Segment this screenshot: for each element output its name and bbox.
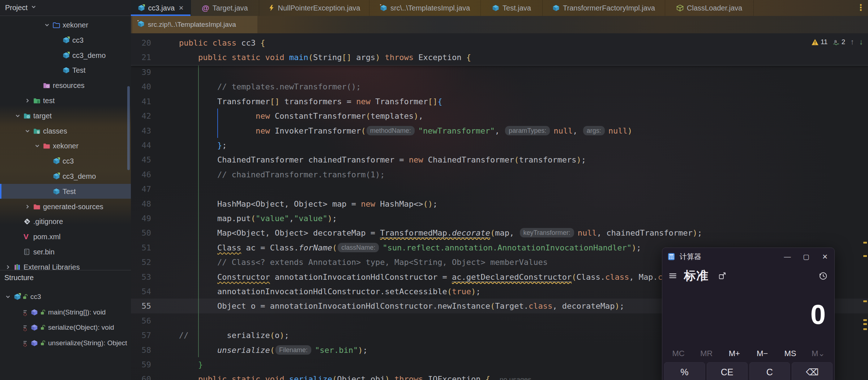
code-line-59[interactable]: } [198, 357, 203, 372]
chevron-down-icon[interactable] [34, 143, 40, 149]
keep-on-top-icon[interactable] [718, 271, 727, 280]
code-line-50[interactable]: Map<Object, Object> decorateMap = Transf… [217, 225, 702, 240]
tree-item-test[interactable]: Test [0, 184, 131, 199]
inspections-widget[interactable]: 11a2↑↓ [811, 38, 863, 46]
sticky-code-line-21[interactable]: public static void main(String[] args) t… [198, 50, 471, 65]
code-line-54[interactable]: annotationInvocationHdlConstructor.setAc… [217, 284, 481, 299]
code-line-40[interactable]: // templates.newTransformer(); [217, 79, 361, 94]
next-warning-icon[interactable]: ↓ [859, 38, 863, 46]
warnings-count[interactable]: 11 [811, 38, 828, 46]
chevron-down-icon[interactable] [5, 294, 11, 300]
sticky-code-line-20[interactable]: public class cc3 { [179, 35, 265, 50]
prev-warning-icon[interactable]: ↑ [850, 38, 854, 46]
hamburger-menu-icon[interactable] [668, 271, 677, 280]
method-icon [23, 339, 38, 347]
code-line-60[interactable]: public static void serialize(Object obj)… [198, 372, 531, 380]
history-icon[interactable] [818, 271, 828, 280]
tab-label: ClassLoader.java [687, 4, 742, 12]
structure-item-main-string-void[interactable]: main(String[]): void [0, 305, 131, 320]
line-number-44: 44 [131, 138, 151, 153]
maximize-button[interactable]: ▢ [797, 248, 816, 265]
code-line-51[interactable]: Class ac = Class.forName(className:"sun.… [217, 240, 641, 255]
tree-item-label: generated-sources [43, 202, 103, 211]
calc-key-percent[interactable]: % [664, 362, 705, 380]
code-line-43[interactable]: new InvokerTransformer(methodName:"newTr… [256, 123, 632, 138]
chevron-down-icon[interactable] [44, 22, 50, 28]
chevron-down-icon[interactable] [14, 113, 21, 119]
tree-item-test[interactable]: Test [0, 63, 131, 77]
line-number-52: 52 [131, 255, 151, 270]
tree-item-label: xekoner [53, 142, 78, 150]
memory-button-m+[interactable]: M+ [721, 346, 748, 361]
code-line-57[interactable]: // serialize(o); [179, 328, 289, 343]
tree-item-test[interactable]: test [0, 93, 131, 108]
tree-item-xekoner[interactable]: xekoner [0, 138, 131, 153]
minimize-button[interactable]: — [778, 248, 797, 265]
more-options-icon[interactable]: ⋮ [856, 3, 865, 13]
sticky-lines-header: 20public class cc3 {21public static void… [131, 33, 868, 66]
tree-item-cc3[interactable]: cc3 [0, 33, 131, 47]
panel-divider [0, 270, 131, 270]
code-line-45[interactable]: ChainedTransformer chainedTransformer = … [217, 152, 586, 167]
tree-item-cc3-demo[interactable]: cc3_demo [0, 169, 131, 183]
tab-transformerfactoryimpl-java[interactable]: TransformerFactoryImpl.java [543, 0, 665, 16]
code-line-52[interactable]: // Class<? extends Annotation> type, Map… [217, 255, 548, 270]
code-line-44[interactable]: }; [217, 138, 227, 153]
tab-nullpointerexception-java[interactable]: NullPointerException.java [259, 0, 369, 16]
calc-key-clear[interactable]: C [749, 362, 790, 380]
line-number-41: 41 [131, 94, 151, 109]
tab-classloader-java[interactable]: ClassLoader.java [665, 0, 754, 16]
tree-item--gitignore[interactable]: .gitignore [0, 214, 131, 229]
tab-src-templatesimpl-java[interactable]: *src\..\TemplatesImpl.java [369, 0, 481, 16]
tab-cc3-java[interactable]: cc3.java✕ [131, 0, 191, 16]
tree-item-cc3[interactable]: cc3 [0, 153, 131, 168]
memory-button-mr[interactable]: MR [692, 346, 720, 361]
tree-item-label: cc3_demo [72, 51, 106, 59]
tree-item-cc3-demo[interactable]: cc3_demo [0, 48, 131, 63]
tree-item-target[interactable]: target [0, 108, 131, 123]
structure-item-cc3[interactable]: cc3 [0, 289, 131, 304]
typos-count[interactable]: a2 [833, 38, 845, 46]
memory-button-m−[interactable]: M− [748, 346, 776, 361]
tree-item-generated-sources[interactable]: generated-sources [0, 199, 131, 214]
memory-button-m⌄[interactable]: M⌄ [804, 346, 832, 361]
editor-tab-bar: cc3.java✕@Target.javaNullPointerExceptio… [131, 0, 868, 16]
structure-item-serialize-object-void[interactable]: serialize(Object): void [0, 320, 131, 335]
code-line-58[interactable]: unserialize(Filename:"ser.bin"); [217, 343, 368, 358]
tab-label: TransformerFactoryImpl.java [563, 4, 655, 12]
calc-key-clear-entry[interactable]: CE [707, 362, 748, 380]
calculator-titlebar[interactable]: 计算器 — ▢ ✕ [662, 248, 834, 265]
code-line-42[interactable]: new ConstantTransformer(templates), [256, 109, 423, 123]
chevron-right-icon[interactable] [24, 97, 31, 104]
tree-item-pom-xml[interactable]: Vpom.xml [0, 229, 131, 244]
calculator-memory-row: MCMRM+M−MSM⌄ [664, 346, 832, 361]
tree-scrollbar[interactable] [127, 86, 130, 170]
tree-item-resources[interactable]: resources [0, 78, 131, 93]
folder-test-icon [33, 97, 40, 104]
tab-test-java[interactable]: Test.java [481, 0, 543, 16]
tree-item-ser-bin[interactable]: 0110ser.bin [0, 244, 131, 259]
project-tool-header[interactable]: Project [0, 0, 131, 16]
close-button[interactable]: ✕ [816, 248, 834, 265]
tab-templatesimpl-preview[interactable]: * src.zip!\..\TemplatesImpl.java [132, 16, 257, 33]
chevron-down-icon[interactable] [24, 128, 31, 134]
memory-button-mc[interactable]: MC [664, 346, 692, 361]
usages-hint[interactable]: no usages [500, 376, 531, 380]
close-tab-icon[interactable]: ✕ [179, 4, 184, 12]
chevron-right-icon[interactable] [24, 203, 31, 210]
sticky-line-number-21: 21 [131, 50, 151, 65]
code-line-41[interactable]: Transformer[] transformers = new Transfo… [217, 94, 442, 109]
calc-key-backspace[interactable]: ⌫ [792, 362, 833, 380]
tree-item-classes[interactable]: classes [0, 123, 131, 138]
line-number-55: 55 [131, 299, 151, 313]
code-line-48[interactable]: HashMap<Object, Object> map = new HashMa… [217, 197, 437, 211]
tree-item-xekoner[interactable]: xekoner [0, 17, 131, 32]
tab-target-java[interactable]: @Target.java [191, 0, 259, 16]
code-line-53[interactable]: Constructor annotationInvocationHdlConst… [217, 270, 691, 284]
code-line-55[interactable]: Object o = annotationInvocationHdlConstr… [217, 299, 624, 313]
structure-item-unserialize-string-object[interactable]: unserialize(String): Object [0, 335, 131, 350]
chevron-right-icon[interactable] [5, 264, 11, 270]
code-line-49[interactable]: map.put("value","value"); [217, 211, 337, 226]
code-line-46[interactable]: // chainedTransformer.transform(1); [217, 167, 385, 182]
memory-button-ms[interactable]: MS [776, 346, 804, 361]
